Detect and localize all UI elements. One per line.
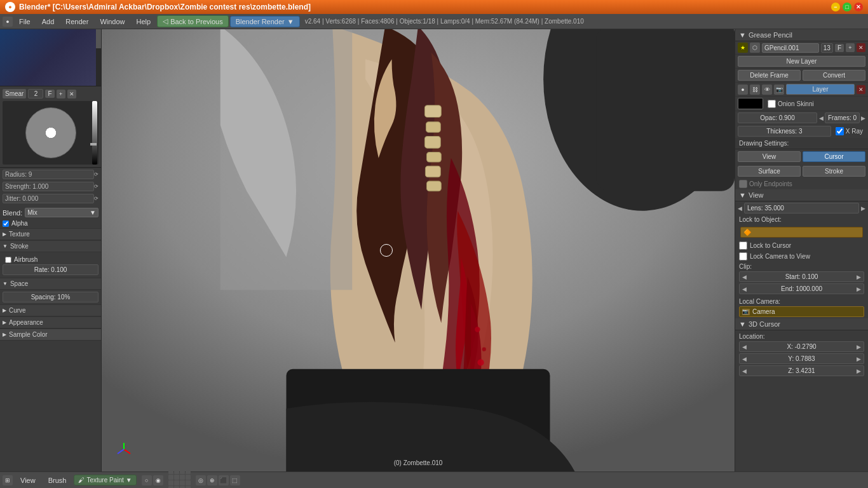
x-coord-field[interactable]: ◀ X: -0.2790 ▶ [739, 341, 864, 352]
gp-name-field[interactable]: GPencil.001 [762, 43, 819, 53]
arrow-right-frames[interactable]: ▶ [861, 115, 865, 121]
sample-color-header[interactable]: ▶ Sample Color [0, 329, 101, 341]
menu-render[interactable]: Render [60, 17, 93, 27]
appearance-section-header[interactable]: ▶ Appearance [0, 316, 101, 329]
stroke-section-header[interactable]: ▼ Stroke [0, 240, 101, 252]
layer-button[interactable]: Layer [786, 84, 855, 95]
orientation-icon[interactable]: ⬚ [230, 475, 240, 485]
curve-section-header[interactable]: ▶ Curve [0, 304, 101, 316]
airbrush-checkbox[interactable] [5, 257, 11, 263]
maximize-button[interactable]: □ [843, 3, 851, 11]
menu-window[interactable]: Window [95, 17, 130, 27]
menu-help[interactable]: Help [132, 17, 156, 27]
gp-star-icon[interactable]: ★ [738, 43, 748, 53]
scrollbar-thumb [96, 29, 101, 48]
jitter-adjust-button[interactable]: ⟳ [94, 196, 98, 201]
lens-arrow-left[interactable]: ◀ [738, 205, 742, 212]
brush-size-field[interactable]: 2 [28, 89, 43, 98]
space-icon[interactable]: ⬛ [219, 475, 229, 485]
clip-start-arrow-r: ▶ [857, 274, 861, 280]
blender-menu-logo[interactable]: ● [3, 17, 13, 27]
gp-add-icon[interactable]: + [846, 43, 855, 52]
pivot-icon[interactable]: ⊕ [207, 475, 217, 485]
strength-field[interactable]: Strength: 1.000 [3, 182, 94, 191]
gp-num-field[interactable]: 13 [821, 43, 833, 53]
rate-field[interactable]: Rate: 0.100 [3, 264, 98, 275]
arrow-left-frames[interactable]: ◀ [819, 115, 824, 121]
frames-field[interactable]: Frames: 0 [825, 112, 860, 123]
brush-menu[interactable]: Brush [43, 475, 72, 485]
layer-dot-icon[interactable]: ● [738, 85, 748, 95]
camera-field[interactable]: 📷 Camera [739, 306, 864, 317]
lens-arrow-right[interactable]: ▶ [861, 205, 865, 212]
gp-f-button[interactable]: F [835, 44, 844, 52]
texture-paint-select[interactable]: 🖌 Texture Paint ▼ [74, 475, 136, 485]
render-icon[interactable]: ○ [142, 475, 152, 485]
y-coord-field[interactable]: ◀ Y: 0.7883 ▶ [739, 353, 864, 364]
only-endpoints-checkbox[interactable] [739, 180, 747, 188]
opacity-field[interactable]: Opac: 0.900 [738, 112, 817, 123]
cursor-3d-section[interactable]: ▼ 3D Cursor [735, 318, 868, 330]
layer-eye-icon[interactable]: 👁 [762, 85, 772, 95]
clip-end-field[interactable]: ◀ End: 1000.000 ▶ [739, 283, 864, 294]
delete-frame-button[interactable]: Delete Frame [738, 70, 801, 81]
lock-object-field[interactable]: 🔶 [740, 227, 863, 238]
view-section-title[interactable]: ▼ View [735, 189, 868, 201]
convert-button[interactable]: Convert [803, 70, 865, 81]
texture-tri-icon: ▶ [3, 231, 6, 237]
render-engine-label: Blender Render [236, 18, 285, 25]
brush-opacity-slider[interactable] [92, 101, 97, 165]
lock-obj-field-row: 🔶 [735, 224, 868, 240]
menu-add[interactable]: Add [37, 17, 60, 27]
render-engine-select[interactable]: Blender Render ▼ [230, 16, 300, 27]
blend-mode-select[interactable]: Mix ▼ [25, 208, 98, 217]
thumbnail-scrollbar[interactable] [96, 29, 101, 86]
onion-checkbox[interactable] [768, 100, 776, 108]
grease-pencil-section[interactable]: ▼ Grease Pencil [735, 29, 868, 41]
viewport[interactable]: User Ortho [102, 29, 735, 471]
menu-file[interactable]: File [14, 17, 36, 27]
proportional-icon[interactable]: ◎ [196, 475, 206, 485]
gp-link-icon[interactable]: ⬡ [750, 43, 760, 53]
lock-camera-checkbox[interactable] [739, 252, 747, 261]
z-coord-field[interactable]: ◀ Z: 3.4231 ▶ [739, 365, 864, 376]
thickness-field[interactable]: Thickness: 3 [738, 126, 831, 137]
gp-close-icon[interactable]: ✕ [857, 43, 865, 52]
alpha-checkbox[interactable] [3, 220, 9, 227]
texture-section-header[interactable]: ▶ Texture [0, 228, 101, 240]
close-button[interactable]: ✕ [854, 3, 863, 11]
brush-name-label[interactable]: Smear [3, 89, 26, 98]
view-button[interactable]: View [738, 151, 801, 162]
back-to-previous-button[interactable]: ◁ Back to Previous [157, 15, 229, 27]
radius-adjust-button[interactable]: ⟳ [94, 172, 98, 177]
lock-to-cursor-checkbox[interactable] [739, 241, 747, 250]
clip-start-field[interactable]: ◀ Start: 0.100 ▶ [739, 271, 864, 282]
space-section-header[interactable]: ▼ Space [0, 278, 101, 290]
brush-close-button[interactable]: ✕ [67, 90, 76, 98]
lens-value: Lens: 35.000 [747, 205, 784, 212]
svg-rect-4 [426, 122, 440, 133]
strength-adjust-button[interactable]: ⟳ [94, 184, 98, 189]
layer-close-icon[interactable]: ✕ [857, 85, 865, 94]
cursor-button[interactable]: Cursor [803, 151, 865, 162]
minimize-button[interactable]: − [831, 3, 840, 11]
stroke-button[interactable]: Stroke [803, 166, 865, 177]
layer-camera-icon[interactable]: 📷 [774, 85, 784, 95]
color-swatch[interactable] [738, 98, 763, 109]
radius-field[interactable]: Radius: 9 [3, 170, 94, 179]
spacing-field[interactable]: Spacing: 10% [3, 292, 98, 302]
clip-end-value: End: 1000.000 [781, 285, 822, 292]
new-layer-button[interactable]: New Layer [738, 56, 865, 67]
brush-f-button[interactable]: F [45, 90, 54, 98]
jitter-field[interactable]: Jitter: 0.000 [3, 194, 94, 203]
alpha-row: Alpha [0, 219, 101, 228]
x-ray-checkbox[interactable] [836, 127, 844, 135]
viewport-icon[interactable]: ⊞ [3, 475, 13, 485]
layer-chain-icon[interactable]: ⛓ [750, 85, 760, 95]
scene-icon[interactable]: ◉ [153, 475, 163, 485]
view-menu[interactable]: View [15, 475, 41, 485]
brush-add-button[interactable]: + [57, 90, 65, 98]
snapping-grid[interactable] [168, 469, 191, 488]
lens-field[interactable]: Lens: 35.000 [744, 203, 859, 214]
surface-button[interactable]: Surface [738, 166, 801, 177]
